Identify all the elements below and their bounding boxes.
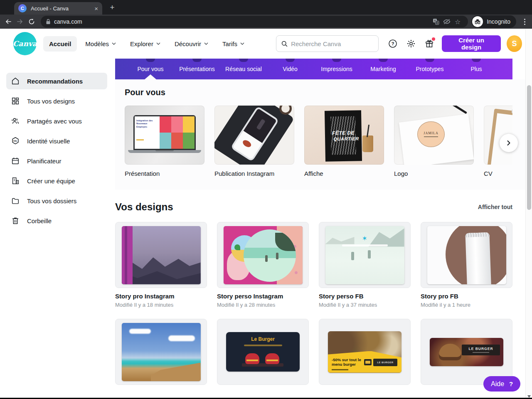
design-card-burger-promo[interactable]: -50% sur tout le menu burger LE BURGER bbox=[319, 319, 411, 385]
category-banner: Pour vous Présentations Réseau social Vi… bbox=[115, 59, 512, 79]
reload-button[interactable] bbox=[26, 16, 37, 27]
folder-icon bbox=[10, 196, 20, 206]
password-eye-off-icon[interactable] bbox=[441, 17, 452, 26]
url-text: canva.com bbox=[54, 18, 82, 25]
browser-tab[interactable]: C Accueil - Canva × bbox=[14, 2, 102, 15]
calendar-icon bbox=[10, 156, 20, 166]
app-header: Canva Accueil Modèles Explorer Découvrir… bbox=[0, 29, 532, 59]
sidebar-item-identite-visuelle[interactable]: co. Identité visuelle bbox=[6, 133, 107, 149]
page-scrollbar[interactable] bbox=[525, 29, 532, 399]
browser-tabstrip: C Accueil - Canva × + bbox=[0, 0, 532, 15]
template-thumbnail: JAMILA bbox=[394, 106, 474, 165]
tab-close-icon[interactable]: × bbox=[94, 5, 98, 12]
design-card-story-perso-fb[interactable]: ✶ Story perso FB Modifié Il y a 37 minut… bbox=[319, 222, 411, 308]
chevron-down-icon bbox=[204, 42, 208, 45]
notification-dot bbox=[432, 37, 435, 41]
design-card-beach[interactable] bbox=[115, 319, 207, 385]
shared-people-icon bbox=[10, 116, 20, 126]
chevron-down-icon bbox=[240, 42, 244, 45]
new-tab-button[interactable]: + bbox=[107, 2, 117, 12]
design-thumbnail bbox=[224, 226, 303, 284]
incognito-badge: Incognito bbox=[471, 15, 516, 28]
sidebar-item-tous-vos-dossiers[interactable]: Tous vos dossiers bbox=[6, 192, 107, 209]
your-designs-section: Vos designs Afficher tout Story pro Inst… bbox=[115, 201, 512, 385]
search-input[interactable] bbox=[291, 40, 373, 47]
category-impressions[interactable]: Impressions bbox=[313, 59, 360, 79]
incognito-label: Incognito bbox=[487, 18, 510, 25]
category-marketing[interactable]: Marketing bbox=[360, 59, 406, 79]
sidebar-item-creer-une-equipe[interactable]: Créer une équipe bbox=[6, 172, 107, 189]
chevron-down-icon bbox=[112, 42, 116, 45]
search-icon bbox=[281, 40, 288, 47]
template-thumbnail: Intégration des Nouveaux Employés bbox=[125, 106, 204, 165]
address-bar[interactable]: canva.com Aa ☆ bbox=[41, 16, 468, 27]
template-card-affiche[interactable]: FÊTE DE QUARTIER Affiche bbox=[304, 106, 384, 177]
design-card-story-pro-instagram[interactable]: Story pro Instagram Modifié Il y a 18 mi… bbox=[115, 222, 207, 308]
sidebar: Recommandations Tous vos designs Partagé… bbox=[0, 59, 111, 399]
category-plus[interactable]: Plus bbox=[453, 59, 500, 79]
create-design-button[interactable]: Créer un design bbox=[442, 35, 501, 52]
sidebar-item-tous-vos-designs[interactable]: Tous vos designs bbox=[6, 93, 107, 109]
scrollbar-thumb[interactable] bbox=[527, 85, 531, 210]
template-thumbnail: FÊTE DE QUARTIER bbox=[304, 106, 384, 165]
main-content: Pour vous Présentations Réseau social Vi… bbox=[111, 59, 532, 399]
sidebar-item-planificateur[interactable]: Planificateur bbox=[6, 153, 107, 169]
category-video[interactable]: Vidéo bbox=[267, 59, 313, 79]
canva-logo[interactable]: Canva bbox=[13, 32, 37, 55]
category-presentations[interactable]: Présentations bbox=[174, 59, 220, 79]
nav-modeles[interactable]: Modèles bbox=[79, 36, 122, 52]
canva-favicon-icon: C bbox=[18, 4, 27, 12]
nav-accueil[interactable]: Accueil bbox=[43, 36, 77, 52]
nav-tarifs[interactable]: Tarifs bbox=[217, 36, 250, 52]
designs-grid-icon bbox=[10, 96, 20, 106]
brand-kit-icon: co. bbox=[10, 136, 20, 146]
template-card-presentation[interactable]: Intégration des Nouveaux Employés Présen… bbox=[125, 106, 204, 177]
carousel-next-button[interactable] bbox=[500, 134, 518, 152]
bookmark-star-icon[interactable]: ☆ bbox=[452, 17, 463, 26]
help-icon[interactable]: ? bbox=[385, 36, 400, 51]
nav-explorer[interactable]: Explorer bbox=[124, 36, 166, 52]
design-thumbnail: -50% sur tout le menu burger LE BURGER bbox=[328, 331, 401, 373]
back-button[interactable] bbox=[2, 16, 14, 27]
lock-icon bbox=[46, 19, 51, 25]
question-mark-icon: ? bbox=[509, 380, 513, 387]
translate-icon[interactable]: Aa bbox=[431, 17, 441, 26]
help-button[interactable]: Aide ? bbox=[483, 376, 520, 392]
category-prototypes[interactable]: Prototypes bbox=[406, 59, 453, 79]
section-title: Pour vous bbox=[125, 88, 532, 97]
gift-icon[interactable] bbox=[422, 36, 437, 51]
for-you-section: Pour vous Intégration des Nouveaux Emplo… bbox=[115, 79, 532, 190]
design-thumbnail: Le Burger bbox=[226, 332, 300, 372]
design-card-le-burger-dark[interactable]: Le Burger bbox=[217, 319, 309, 385]
browser-toolbar: canva.com Aa ☆ Incognito bbox=[0, 15, 532, 29]
svg-text:a: a bbox=[436, 21, 438, 24]
design-card-story-pro-fb[interactable]: Story pro FB Modifié il y a 1 heure bbox=[421, 222, 512, 308]
sparkle-star: ✶ bbox=[362, 234, 367, 242]
search-box[interactable] bbox=[276, 35, 379, 52]
template-card-logo[interactable]: JAMILA Logo bbox=[394, 106, 474, 177]
nav-decouvrir[interactable]: Découvrir bbox=[169, 36, 214, 52]
user-avatar[interactable]: S bbox=[507, 35, 522, 52]
tab-title: Accueil - Canva bbox=[31, 5, 92, 12]
settings-gear-icon[interactable] bbox=[404, 36, 419, 51]
show-all-link[interactable]: Afficher tout bbox=[478, 204, 512, 210]
incognito-icon bbox=[472, 16, 483, 27]
svg-text:co.: co. bbox=[13, 139, 17, 142]
sidebar-item-recommandations[interactable]: Recommandations bbox=[6, 73, 107, 89]
template-thumbnail bbox=[214, 106, 294, 165]
browser-menu-icon[interactable] bbox=[520, 17, 530, 27]
section-title: Vos designs bbox=[115, 201, 173, 213]
sidebar-item-corbeille[interactable]: Corbeille bbox=[6, 212, 107, 229]
trash-icon bbox=[10, 216, 20, 226]
design-thumbnail bbox=[427, 226, 506, 284]
forward-button[interactable] bbox=[14, 16, 26, 27]
main-nav: Accueil Modèles Explorer Découvrir Tarif… bbox=[43, 36, 250, 52]
active-category-pointer bbox=[145, 74, 156, 79]
template-card-publication-instagram[interactable]: Publication Instagram bbox=[214, 106, 294, 177]
design-thumbnail: ✶ bbox=[325, 226, 404, 284]
category-reseau-social[interactable]: Réseau social bbox=[220, 59, 267, 79]
svg-text:?: ? bbox=[392, 41, 394, 46]
design-card-burger-banner[interactable]: LE BURGER bbox=[421, 319, 512, 385]
sidebar-item-partages-avec-vous[interactable]: Partagés avec vous bbox=[6, 113, 107, 129]
design-card-story-perso-instagram[interactable]: Story perso Instagram Modifié Il y a 28 … bbox=[217, 222, 309, 308]
